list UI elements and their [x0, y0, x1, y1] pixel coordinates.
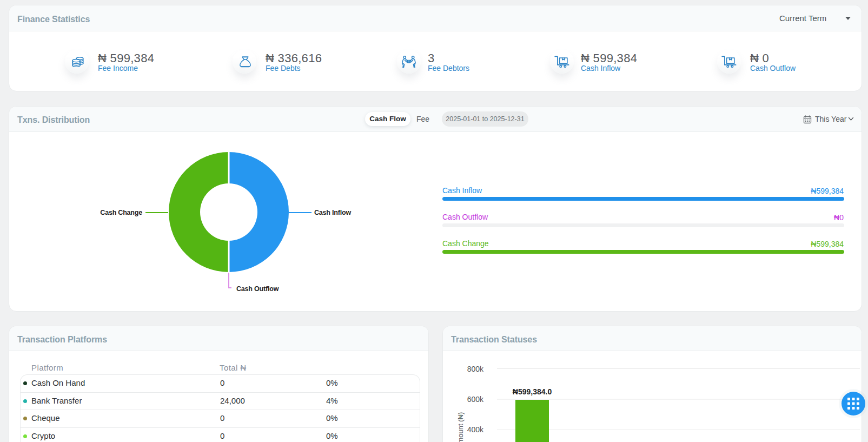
svg-text:₦599,384.0: ₦599,384.0	[513, 387, 552, 396]
svg-text:800k: 800k	[467, 365, 484, 373]
svg-text:400k: 400k	[467, 425, 484, 434]
svg-text:Amount (₦): Amount (₦)	[456, 412, 465, 442]
svg-text:600k: 600k	[467, 395, 484, 404]
